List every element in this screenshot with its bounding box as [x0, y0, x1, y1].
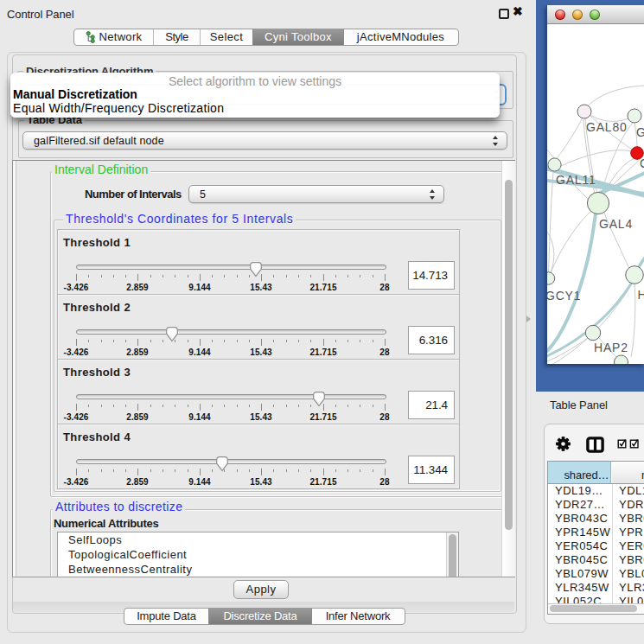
svg-text:GAL80: GAL80	[586, 120, 628, 134]
svg-text:HAP2: HAP2	[594, 341, 628, 354]
svg-text:GA: GA	[636, 125, 644, 139]
svg-text:H: H	[638, 288, 644, 302]
svg-text:GAL4: GAL4	[599, 217, 633, 231]
svg-text:C: C	[640, 156, 644, 170]
svg-text:GAL11: GAL11	[556, 173, 596, 187]
svg-text:GCY1: GCY1	[547, 289, 581, 303]
